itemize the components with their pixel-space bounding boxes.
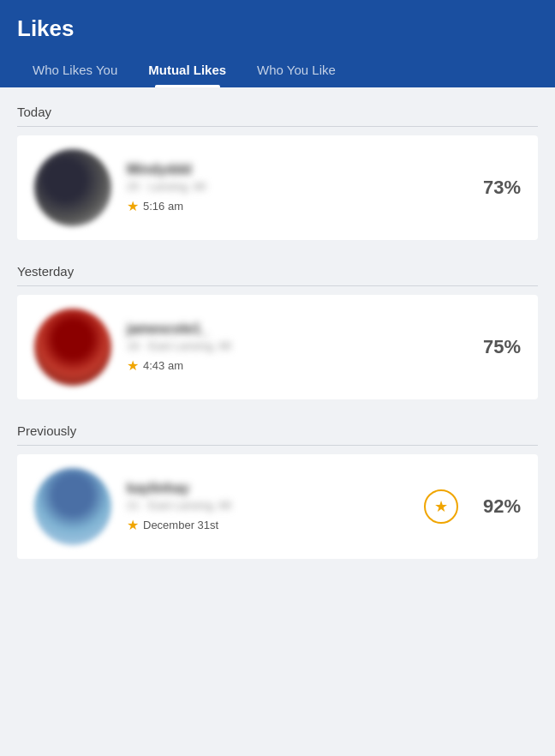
tab-bar: Who Likes You Mutual Likes Who You Like (17, 54, 538, 87)
star-icon-2: ★ (127, 357, 139, 374)
user-card-1[interactable]: Mindyddd 20 · Lansing, MI ★ 5:16 am 73% (17, 135, 538, 240)
user-info-1: Mindyddd 20 · Lansing, MI ★ 5:16 am (127, 162, 458, 214)
divider-yesterday (17, 285, 538, 286)
avatar-1 (34, 149, 111, 226)
tab-who-you-like[interactable]: Who You Like (242, 54, 351, 87)
match-percent-3: 92% (474, 495, 521, 518)
divider-today (17, 126, 538, 127)
user-time-2: ★ 4:43 am (127, 357, 458, 374)
section-label-yesterday: Yesterday (17, 264, 538, 279)
section-previously: Previously kaylinhay 21 · East Lansing, … (17, 423, 538, 559)
username-1: Mindyddd (127, 162, 458, 177)
user-info-2: jamescole1_ 18 · East Lansing, MI ★ 4:43… (127, 321, 458, 374)
username-3: kaylinhay (127, 481, 409, 496)
user-time-3: ★ December 31st (127, 517, 409, 533)
user-info-3: kaylinhay 21 · East Lansing, MI ★ Decemb… (127, 481, 409, 533)
main-content: Today Mindyddd 20 · Lansing, MI ★ 5:16 a… (0, 87, 555, 600)
time-label-3: December 31st (143, 519, 218, 531)
star-icon-3: ★ (127, 517, 139, 533)
section-label-previously: Previously (17, 423, 538, 438)
user-card-3[interactable]: kaylinhay 21 · East Lansing, MI ★ Decemb… (17, 454, 538, 559)
user-meta-3: 21 · East Lansing, MI (127, 499, 409, 512)
user-meta-2: 18 · East Lansing, MI (127, 339, 458, 352)
tab-who-likes-you[interactable]: Who Likes You (17, 54, 133, 87)
avatar-2 (34, 309, 111, 386)
match-percent-2: 75% (474, 336, 521, 358)
divider-previously (17, 445, 538, 446)
username-2: jamescole1_ (127, 321, 458, 337)
time-label-2: 4:43 am (143, 359, 183, 372)
match-percent-1: 73% (474, 177, 521, 199)
star-circle-icon: ★ (424, 489, 458, 524)
page-title: Likes (17, 15, 538, 42)
user-time-1: ★ 5:16 am (127, 198, 458, 214)
star-icon-1: ★ (127, 198, 139, 214)
avatar-3 (34, 468, 111, 545)
header: Likes Who Likes You Mutual Likes Who You… (0, 0, 555, 87)
time-label-1: 5:16 am (143, 200, 183, 213)
section-label-today: Today (17, 105, 538, 119)
user-meta-1: 20 · Lansing, MI (127, 180, 458, 193)
tab-mutual-likes[interactable]: Mutual Likes (133, 54, 242, 87)
section-yesterday: Yesterday jamescole1_ 18 · East Lansing,… (17, 264, 538, 399)
user-card-2[interactable]: jamescole1_ 18 · East Lansing, MI ★ 4:43… (17, 295, 538, 399)
section-today: Today Mindyddd 20 · Lansing, MI ★ 5:16 a… (17, 105, 538, 240)
